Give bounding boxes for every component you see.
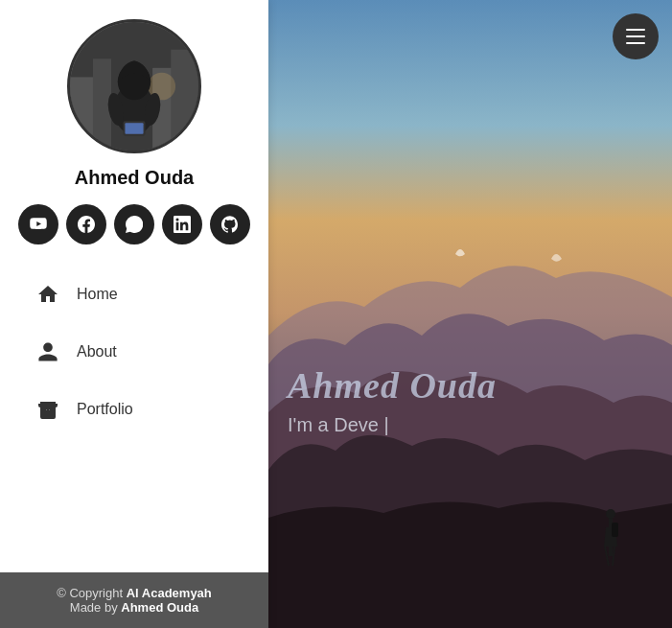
- mountains-svg: [268, 0, 672, 628]
- avatar-image: [70, 22, 198, 151]
- nav-item-portfolio[interactable]: Portfolio: [19, 383, 249, 436]
- nav-home-label: Home: [77, 286, 118, 303]
- whatsapp-button[interactable]: [114, 204, 154, 244]
- linkedin-button[interactable]: [162, 204, 202, 244]
- hero-background: Ahmed Ouda I'm a Deve |: [268, 0, 672, 628]
- menu-line-2: [626, 35, 645, 37]
- typing-cursor: |: [384, 414, 389, 435]
- social-links: [18, 204, 250, 244]
- sidebar: Ahmed Ouda: [0, 0, 268, 628]
- nav-menu: Home About Portfolio: [0, 267, 268, 440]
- brand-name: Al Academyah: [127, 586, 212, 600]
- store-icon: [35, 396, 61, 423]
- nav-item-about[interactable]: About: [19, 325, 249, 379]
- hero-name: Ahmed Ouda: [288, 364, 672, 407]
- avatar: [67, 19, 201, 153]
- menu-line-3: [626, 42, 645, 44]
- sidebar-footer: © Copyright Al Academyah Made by Ahmed O…: [0, 572, 268, 628]
- hero-text-block: Ahmed Ouda I'm a Deve |: [268, 364, 672, 436]
- author-link[interactable]: Ahmed Ouda: [121, 600, 198, 615]
- copyright-line: © Copyright Al Academyah: [10, 586, 259, 600]
- main-content: Ahmed Ouda I'm a Deve |: [268, 0, 672, 628]
- youtube-button[interactable]: [18, 204, 58, 244]
- svg-rect-15: [612, 523, 618, 537]
- nav-about-label: About: [77, 343, 117, 361]
- username: Ahmed Ouda: [75, 167, 194, 189]
- facebook-button[interactable]: [66, 204, 106, 244]
- github-button[interactable]: [210, 204, 250, 244]
- nav-portfolio-label: Portfolio: [77, 401, 133, 418]
- hero-subtitle: I'm a Deve |: [288, 414, 672, 436]
- svg-rect-11: [125, 123, 143, 133]
- svg-rect-4: [171, 50, 198, 151]
- home-icon: [35, 281, 61, 308]
- svg-point-14: [606, 509, 615, 519]
- copyright-text: © Copyright: [57, 586, 126, 600]
- nav-item-home[interactable]: Home: [19, 267, 249, 321]
- menu-button[interactable]: [613, 13, 659, 59]
- made-by-text: Made by: [70, 600, 121, 615]
- made-by-line: Made by Ahmed Ouda: [10, 600, 259, 615]
- menu-line-1: [626, 29, 645, 31]
- person-icon: [35, 338, 61, 365]
